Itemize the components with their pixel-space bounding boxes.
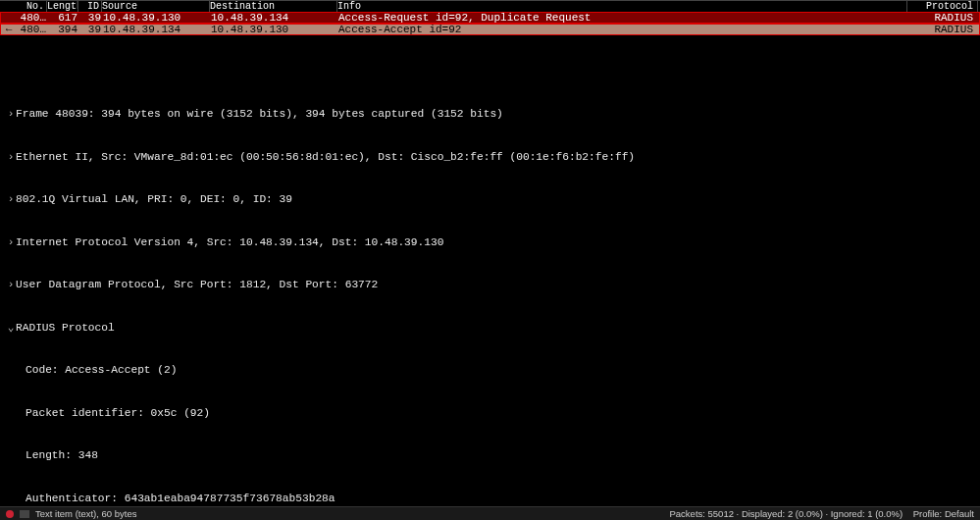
packet-row[interactable]: ← 480… 394 39 10.48.39.134 10.48.39.130 … [0, 24, 980, 35]
cell-src: 10.48.39.130 [103, 12, 211, 24]
cell-info: Access-Accept id=92 [338, 24, 906, 35]
col-length[interactable]: Length [47, 1, 78, 12]
status-left-text: Text item (text), 60 bytes [35, 508, 136, 519]
tree-ethernet[interactable]: ›Ethernet II, Src: VMware_8d:01:ec (00:5… [6, 150, 980, 165]
tree-udp[interactable]: ›User Datagram Protocol, Src Port: 1812,… [6, 278, 980, 292]
tree-length[interactable]: Length: 348 [6, 448, 980, 463]
twisty-icon[interactable]: › [6, 107, 16, 122]
packet-list-header[interactable]: No. Length ID Source Destination Info Pr… [0, 0, 980, 12]
capture-indicator-icon[interactable] [6, 510, 14, 518]
tree-radius[interactable]: ⌄RADIUS Protocol [6, 321, 980, 336]
twisty-icon[interactable]: › [6, 150, 16, 165]
cell-id: 39 [79, 12, 103, 24]
cell-dst: 10.48.39.130 [211, 24, 338, 35]
tree-auth[interactable]: Authenticator: 643ab1eaba94787735f73678a… [6, 492, 980, 506]
cell-no: 480… [15, 12, 48, 24]
tree-ip[interactable]: ›Internet Protocol Version 4, Src: 10.48… [6, 235, 980, 250]
packet-details-pane[interactable]: ›Frame 48039: 394 bytes on wire (3152 bi… [0, 75, 980, 520]
expert-info-icon[interactable] [20, 510, 29, 518]
cell-no: 480… [15, 24, 48, 35]
cell-len: 394 [48, 24, 79, 35]
packet-row[interactable]: 480… 617 39 10.48.39.130 10.48.39.134 Ac… [0, 12, 980, 24]
cell-info: Access-Request id=92, Duplicate Request [338, 12, 906, 24]
col-source[interactable]: Source [102, 1, 210, 12]
col-no[interactable]: No. [14, 1, 47, 12]
cell-proto: RADIUS [906, 24, 977, 35]
tree-code[interactable]: Code: Access-Accept (2) [6, 363, 980, 378]
status-bar: Text item (text), 60 bytes Packets: 5501… [0, 506, 980, 520]
status-right-text: Packets: 55012 · Displayed: 2 (0.0%) · I… [669, 508, 903, 519]
twisty-icon[interactable]: › [6, 278, 16, 292]
twisty-icon[interactable]: › [6, 192, 16, 207]
twisty-icon[interactable]: › [6, 235, 16, 250]
tree-vlan[interactable]: ›802.1Q Virtual LAN, PRI: 0, DEI: 0, ID:… [6, 192, 980, 207]
col-protocol[interactable]: Protocol [907, 1, 978, 12]
tree-pkt-id[interactable]: Packet identifier: 0x5c (92) [6, 406, 980, 421]
col-destination[interactable]: Destination [210, 1, 337, 12]
packet-list[interactable]: 480… 617 39 10.48.39.130 10.48.39.134 Ac… [0, 12, 980, 35]
tree-frame[interactable]: ›Frame 48039: 394 bytes on wire (3152 bi… [6, 107, 980, 122]
status-profile[interactable]: Profile: Default [913, 508, 974, 519]
cell-proto: RADIUS [906, 12, 977, 24]
col-id[interactable]: ID [78, 1, 102, 12]
related-marker: ← [3, 24, 15, 35]
col-info[interactable]: Info [337, 1, 907, 12]
cell-id: 39 [79, 24, 103, 35]
twisty-icon[interactable]: ⌄ [6, 321, 16, 336]
cell-dst: 10.48.39.134 [211, 12, 338, 24]
cell-len: 617 [48, 12, 79, 24]
cell-src: 10.48.39.134 [103, 24, 211, 35]
